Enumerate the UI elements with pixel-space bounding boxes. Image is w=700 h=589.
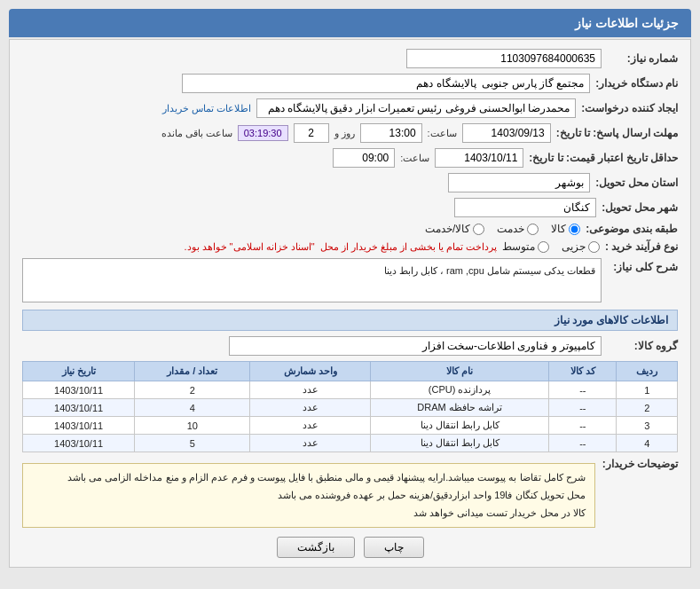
- creator-input[interactable]: [256, 98, 576, 118]
- cell-unit: عدد: [250, 435, 371, 452]
- group-label: گروه کالا:: [607, 340, 678, 352]
- city-label: شهر محل تحویل:: [602, 201, 678, 214]
- cell-code: --: [549, 381, 617, 399]
- cell-code: --: [549, 435, 617, 452]
- cell-name: کابل رابط انتقال دینا: [370, 435, 548, 452]
- cell-row: 1: [617, 381, 678, 399]
- col-unit: واحد شمارش: [250, 362, 371, 381]
- cell-name: پردازنده (CPU): [370, 381, 548, 399]
- notes-line2: محل تحویل کنگان فا19 واحد ابزاردقیق/هزین…: [32, 487, 586, 505]
- remain-value: 03:19:30: [238, 125, 288, 141]
- reply-deadline-label: مهلت ارسال پاسخ: تا تاریخ:: [556, 127, 678, 139]
- purchase-type-label: نوع فرآیند خرید :: [605, 240, 678, 253]
- print-button[interactable]: چاپ: [364, 537, 424, 558]
- group-input[interactable]: [229, 336, 602, 356]
- cell-date: 1403/10/11: [23, 399, 135, 417]
- col-date: تاریخ نیاز: [23, 362, 135, 381]
- cell-date: 1403/10/11: [23, 381, 135, 399]
- cell-name: کابل رابط انتقال دینا: [370, 417, 548, 435]
- creator-label: ایجاد کننده درخواست:: [581, 102, 678, 114]
- cell-date: 1403/10/11: [23, 417, 135, 435]
- reply-time-label: ساعت:: [428, 128, 457, 139]
- cell-row: 4: [617, 435, 678, 452]
- table-row: 3--کابل رابط انتقال دیناعدد101403/10/11: [23, 417, 678, 435]
- radio-partial[interactable]: جزیی: [562, 240, 600, 253]
- cell-code: --: [549, 399, 617, 417]
- notes-line3: کالا در محل خریدار تست میدانی خواهد شد: [32, 505, 586, 522]
- province-label: استان محل تحویل:: [595, 177, 678, 189]
- cell-qty: 5: [135, 435, 250, 452]
- col-code: کد کالا: [549, 362, 617, 381]
- radio-goods[interactable]: کالا: [551, 223, 580, 235]
- button-row: چاپ بازگشت: [22, 537, 678, 558]
- purchase-note2: "اسناد خزانه اسلامی" خواهد بود.: [184, 241, 314, 253]
- radio-goods-service[interactable]: کالا/خدمت: [425, 223, 484, 235]
- validity-time-label: ساعت:: [400, 153, 429, 164]
- table-row: 2--تراشه حافظه DRAMعدد41403/10/11: [23, 399, 678, 417]
- issue-number-label: شماره نیاز:: [607, 52, 678, 65]
- purchase-type-radio-group: جزیی متوسط: [502, 240, 600, 253]
- validity-deadline-label: حداقل تاریخ اعتبار قیمت: تا تاریخ:: [529, 152, 678, 164]
- cell-code: --: [549, 417, 617, 435]
- cell-name: تراشه حافظه DRAM: [370, 399, 548, 417]
- province-input[interactable]: [448, 173, 590, 192]
- notes-content: شرح کامل تقاضا به پیوست میباشد.ارایه پیش…: [22, 463, 595, 528]
- buyer-name-input[interactable]: [182, 74, 590, 93]
- issue-number-input[interactable]: [406, 49, 602, 68]
- col-row: ردیف: [617, 362, 678, 381]
- reply-day-label: روز و: [334, 128, 355, 139]
- buyer-name-label: نام دستگاه خریدار:: [595, 77, 678, 90]
- notes-label: توضیحات خریدار:: [602, 458, 678, 470]
- remain-label: ساعت باقی مانده: [161, 128, 232, 139]
- cell-date: 1403/10/11: [23, 435, 135, 452]
- category-radio-group: کالا خدمت کالا/خدمت: [425, 223, 580, 235]
- validity-time-input[interactable]: [333, 148, 395, 168]
- cell-qty: 10: [135, 417, 250, 435]
- description-label: شرح کلی نیاز:: [607, 258, 678, 273]
- cell-qty: 2: [135, 381, 250, 399]
- back-button[interactable]: بازگشت: [277, 537, 355, 558]
- cell-unit: عدد: [250, 381, 371, 399]
- notes-line1: شرح کامل تقاضا به پیوست میباشد.ارایه پیش…: [32, 469, 586, 487]
- purchase-note: پرداخت تمام یا بخشی از مبلغ خریدار از مح…: [320, 241, 497, 253]
- radio-service[interactable]: خدمت: [497, 223, 539, 235]
- cell-row: 2: [617, 399, 678, 417]
- description-value: قطعات یدکی سیستم شامل ram ,cpu ، کابل را…: [22, 258, 602, 302]
- reply-date-input[interactable]: [462, 123, 551, 143]
- cell-row: 3: [617, 417, 678, 435]
- goods-section-title: اطلاعات کالاهای مورد نیاز: [22, 310, 678, 331]
- cell-unit: عدد: [250, 399, 371, 417]
- category-label: طبقه بندی موضوعی:: [586, 223, 678, 235]
- validity-date-input[interactable]: [435, 148, 523, 168]
- cell-qty: 4: [135, 399, 250, 417]
- col-name: نام کالا: [370, 362, 548, 381]
- goods-table: ردیف کد کالا نام کالا واحد شمارش تعداد /…: [22, 361, 678, 452]
- table-row: 4--کابل رابط انتقال دیناعدد51403/10/11: [23, 435, 678, 452]
- cell-unit: عدد: [250, 417, 371, 435]
- city-input[interactable]: [454, 198, 596, 217]
- page-title: جزئیات اطلاعات نیاز: [9, 9, 691, 37]
- radio-medium[interactable]: متوسط: [502, 240, 549, 253]
- creator-contact-link[interactable]: اطلاعات تماس خریدار: [162, 103, 251, 114]
- reply-day-input[interactable]: [294, 123, 329, 143]
- table-row: 1--پردازنده (CPU)عدد21403/10/11: [23, 381, 678, 399]
- col-qty: تعداد / مقدار: [135, 362, 250, 381]
- reply-time-input[interactable]: [360, 123, 422, 143]
